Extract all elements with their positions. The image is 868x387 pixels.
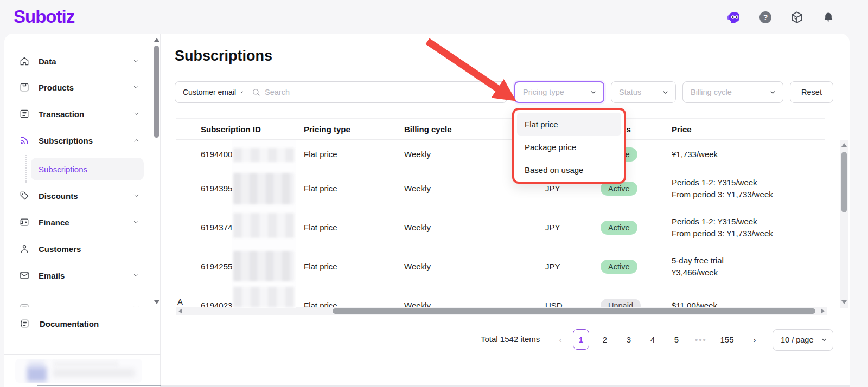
sidebar-item-clipped[interactable]: . . — [14, 297, 144, 307]
tag-icon — [19, 190, 30, 201]
search-category-select[interactable]: Customer email — [175, 82, 244, 102]
subitem-connector — [25, 155, 27, 183]
scrollbar-thumb[interactable] — [333, 308, 815, 314]
pricing-type-placeholder: Pricing type — [523, 88, 564, 96]
sidebar-item-label: Documentation — [40, 319, 99, 328]
scroll-down-arrow[interactable] — [154, 300, 159, 304]
pagination-next[interactable]: › — [746, 329, 763, 350]
sidebar-item-data[interactable]: Data — [14, 50, 144, 72]
row-prefix-letter: A — [177, 297, 183, 306]
redacted-email-column — [232, 140, 296, 308]
table-vertical-scrollbar[interactable] — [840, 140, 848, 308]
cell-billing-cycle: Weekly — [404, 184, 545, 193]
col-subscription-id: Subscription ID — [176, 125, 304, 134]
chevron-down-icon — [132, 192, 140, 199]
page-size-value: 10 / page — [781, 336, 813, 344]
chevron-down-icon — [132, 218, 140, 226]
scrollbar-thumb[interactable] — [154, 46, 159, 138]
sidebar-scrollbar[interactable] — [153, 36, 161, 307]
search-input[interactable] — [265, 88, 507, 96]
user-profile-redacted[interactable] — [15, 359, 142, 383]
chevron-down-icon — [132, 272, 140, 279]
scroll-right-arrow[interactable] — [821, 308, 825, 314]
notifications-bell-icon[interactable] — [820, 9, 837, 25]
table-horizontal-scrollbar[interactable] — [176, 307, 827, 315]
scroll-down-arrow[interactable] — [841, 300, 847, 304]
list-icon — [19, 108, 30, 119]
dropdown-option-flat-price[interactable]: Flat price — [517, 113, 621, 136]
person-icon — [19, 243, 30, 254]
pagination-page-155[interactable]: 155 — [715, 329, 739, 350]
invoice-icon — [19, 302, 30, 307]
cell-pricing-type: Flat price — [304, 262, 404, 271]
wallet-icon — [19, 217, 30, 228]
billing-cycle-filter[interactable]: Billing cycle — [682, 81, 783, 103]
sidebar-item-transaction[interactable]: Transaction — [14, 103, 144, 125]
pagination-page-1[interactable]: 1 — [573, 329, 589, 350]
col-price: Price — [658, 125, 825, 134]
box-icon — [19, 82, 30, 93]
dropdown-option-based-on-usage[interactable]: Based on usage — [517, 158, 621, 181]
billing-cycle-placeholder: Billing cycle — [691, 88, 732, 96]
sidebar-item-label: Products — [39, 83, 74, 92]
cell-billing-cycle: Weekly — [404, 262, 545, 271]
scroll-up-arrow[interactable] — [154, 38, 159, 42]
sidebar-item-emails[interactable]: Emails — [14, 265, 144, 286]
pricing-type-filter[interactable]: Pricing type — [514, 81, 604, 103]
cell-pricing-type: Flat price — [304, 223, 404, 232]
cell-currency: JPY — [545, 184, 575, 193]
cell-currency: JPY — [545, 223, 575, 232]
package-icon[interactable] — [789, 9, 805, 25]
col-pricing-type: Pricing type — [304, 125, 404, 134]
sidebar-item-products[interactable]: Products — [14, 76, 144, 98]
search-icon — [252, 88, 260, 96]
reset-button[interactable]: Reset — [790, 81, 833, 103]
search-box — [244, 88, 507, 96]
chevron-down-icon — [132, 304, 140, 307]
pagination-prev[interactable]: ‹ — [552, 329, 569, 350]
sidebar-scroll-area: Data Products Transaction Subscriptions — [4, 34, 161, 307]
sidebar-item-subscriptions[interactable]: Subscriptions — [14, 130, 144, 151]
cell-currency: JPY — [545, 262, 575, 271]
table-header-row: Subscription ID Pricing type Billing cyc… — [176, 118, 825, 140]
sidebar-item-customers[interactable]: Customers — [14, 238, 144, 260]
dropdown-option-package-price[interactable]: Package price — [517, 136, 621, 158]
sidebar-item-discounts[interactable]: Discounts — [14, 185, 144, 207]
pagination-ellipsis[interactable]: ••• — [690, 329, 712, 350]
search-category-value: Customer email — [183, 88, 236, 96]
sidebar-item-label: Data — [39, 57, 56, 66]
cell-price-line1: 5-day free trial — [672, 255, 825, 267]
help-icon[interactable]: ? — [757, 9, 774, 25]
cell-pricing-type: Flat price — [304, 184, 404, 193]
sidebar-item-documentation[interactable]: Documentation — [14, 313, 144, 334]
cell-price: ¥1,733/week — [672, 149, 825, 160]
chevron-down-icon — [239, 89, 244, 95]
sidebar-item-label: Transaction — [39, 109, 84, 119]
scroll-up-arrow[interactable] — [841, 143, 847, 147]
sidebar-item-finance[interactable]: Finance — [14, 211, 144, 233]
page-size-select[interactable]: 10 / page — [773, 329, 833, 351]
chevron-down-icon — [132, 110, 140, 118]
sidebar-item-label: Discounts — [39, 191, 78, 201]
chevron-down-icon — [769, 89, 776, 96]
status-filter[interactable]: Status — [611, 81, 676, 103]
mail-icon — [19, 270, 30, 281]
pagination-page-3[interactable]: 3 — [621, 329, 637, 350]
sidebar-subitem-subscriptions[interactable]: Subscriptions — [31, 158, 144, 180]
scroll-left-arrow[interactable] — [178, 308, 182, 314]
chevron-down-icon — [132, 57, 140, 65]
pagination-total: Total 1542 items — [481, 334, 540, 344]
sidebar: Data Products Transaction Subscriptions — [4, 34, 161, 387]
pagination-page-4[interactable]: 4 — [644, 329, 661, 350]
pagination-page-2[interactable]: 2 — [597, 329, 613, 350]
chevron-down-icon — [662, 89, 669, 96]
assistant-bot-icon[interactable] — [725, 9, 742, 25]
brand-logo[interactable]: Subotiz — [14, 7, 74, 27]
pagination-page-5[interactable]: 5 — [668, 329, 685, 350]
status-badge: Active — [601, 260, 637, 274]
sidebar-item-label: Finance — [39, 218, 69, 227]
scrollbar-thumb[interactable] — [841, 152, 847, 212]
sidebar-item-label: Emails — [39, 271, 65, 280]
status-badge: Active — [601, 221, 637, 235]
page-title: Subscriptions — [175, 48, 272, 64]
